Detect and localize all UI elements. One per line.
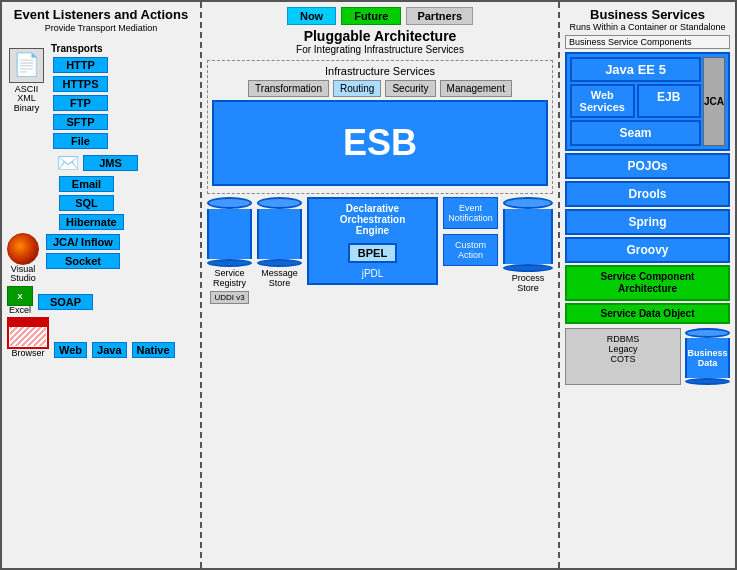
message-store-cylinder: Message Store: [257, 197, 302, 289]
bpel-box: BPEL: [348, 243, 397, 263]
biz-data-label: Business Data: [687, 348, 727, 368]
cylinder-bottom-2: [257, 259, 302, 267]
center-title: Pluggable Architecture: [207, 28, 553, 44]
cylinder-body: [207, 209, 252, 259]
visual-studio-label: Visual Studio: [10, 265, 36, 285]
infra-label: Infrastructure Services: [212, 65, 548, 77]
pojos-btn: POJOs: [565, 153, 730, 179]
file-btn[interactable]: File: [53, 133, 108, 149]
java-ee-box: Java EE 5 Web Services EJB Seam JCA: [565, 52, 730, 151]
routing-btn[interactable]: Routing: [333, 80, 381, 97]
cylinder-top-2: [257, 197, 302, 209]
transports-label: Transports: [51, 43, 110, 54]
visual-studio-icon: [7, 233, 39, 265]
drools-btn: Drools: [565, 181, 730, 207]
infra-buttons: Transformation Routing Security Manageme…: [212, 80, 548, 97]
custom-action-box: Custom Action: [443, 234, 498, 266]
spring-btn: Spring: [565, 209, 730, 235]
center-panel: Now Future Partners Pluggable Architectu…: [202, 2, 560, 568]
center-bottom: Service Registry UDDI v3 Message Store D…: [207, 197, 553, 563]
esb-box: ESB: [212, 100, 548, 186]
socket-btn[interactable]: Socket: [46, 253, 120, 269]
excel-icon: X: [7, 286, 33, 306]
cylinder-top: [207, 197, 252, 209]
orchestration-title: Declarative Orchestration Engine: [313, 203, 432, 236]
process-cylinder-body: [503, 209, 553, 264]
biz-data-body: Business Data: [685, 338, 730, 378]
tab-now[interactable]: Now: [287, 7, 336, 25]
email-icon: ✉️: [57, 152, 79, 174]
ftp-btn[interactable]: FTP: [53, 95, 108, 111]
top-tabs: Now Future Partners: [207, 7, 553, 25]
event-custom-col: Event Notification Custom Action: [443, 197, 498, 266]
biz-data-top: [685, 328, 730, 338]
sftp-btn[interactable]: SFTP: [53, 114, 108, 130]
browser-label: Browser: [11, 349, 44, 359]
ejb-btn: EJB: [637, 84, 702, 118]
event-notification-box: Event Notification: [443, 197, 498, 229]
java-btn[interactable]: Java: [92, 342, 126, 358]
management-btn[interactable]: Management: [440, 80, 512, 97]
center-subtitle: For Integrating Infrastructure Services: [207, 44, 553, 55]
service-registry-cylinder: Service Registry UDDI v3: [207, 197, 252, 304]
jca-col: JCA: [703, 57, 725, 146]
right-bottom: RDBMS Legacy COTS Business Data: [565, 328, 730, 385]
orchestration-box: Declarative Orchestration Engine BPEL jP…: [307, 197, 438, 285]
browser-icon: [7, 317, 49, 349]
right-panel: Business Services Runs Within a Containe…: [560, 2, 735, 568]
transformation-btn[interactable]: Transformation: [248, 80, 329, 97]
bsc-label: Business Service Components: [565, 35, 730, 49]
process-cylinder-top: [503, 197, 553, 209]
tab-partners[interactable]: Partners: [406, 7, 473, 25]
https-btn[interactable]: HTTPS: [53, 76, 108, 92]
http-btn[interactable]: HTTP: [53, 57, 108, 73]
right-title: Business Services: [565, 7, 730, 22]
security-btn[interactable]: Security: [385, 80, 435, 97]
jca-btn[interactable]: JCA/ Inflow: [46, 234, 120, 250]
tab-future[interactable]: Future: [341, 7, 401, 25]
left-subtitle: Provide Transport Mediation: [7, 23, 195, 33]
email-btn[interactable]: Email: [59, 176, 114, 192]
process-cylinder-bottom: [503, 264, 553, 272]
web-services-btn: Web Services: [570, 84, 635, 118]
message-store-label: Message Store: [261, 269, 298, 289]
biz-data-bottom: [685, 378, 730, 385]
biz-data-cylinder: Business Data: [685, 328, 730, 385]
main-container: Event Listeners and Actions Provide Tran…: [0, 0, 737, 570]
web-btn[interactable]: Web: [54, 342, 87, 358]
native-btn[interactable]: Native: [132, 342, 175, 358]
sca-btn: Service Component Architecture: [565, 265, 730, 301]
ascii-xml-binary-label: ASCII XML Binary: [14, 85, 40, 115]
sql-btn[interactable]: SQL: [59, 195, 114, 211]
soap-btn[interactable]: SOAP: [38, 294, 93, 310]
excel-label: Excel: [9, 306, 31, 316]
groovy-btn: Groovy: [565, 237, 730, 263]
cylinder-bottom: [207, 259, 252, 267]
left-title: Event Listeners and Actions: [7, 7, 195, 23]
uddi-badge: UDDI v3: [210, 291, 248, 304]
jpdl-label: jPDL: [313, 268, 432, 279]
process-store-col: Process Store: [503, 197, 553, 294]
process-store-label: Process Store: [512, 274, 545, 294]
java-ee-main: Java EE 5 Web Services EJB Seam: [570, 57, 701, 146]
left-panel: Event Listeners and Actions Provide Tran…: [2, 2, 202, 568]
document-icon: 📄: [9, 48, 44, 83]
rdbms-box: RDBMS Legacy COTS: [565, 328, 681, 385]
sdo-btn: Service Data Object: [565, 303, 730, 324]
seam-btn: Seam: [570, 120, 701, 146]
cylinder-body-2: [257, 209, 302, 259]
service-registry-label: Service Registry: [213, 269, 246, 289]
hibernate-btn[interactable]: Hibernate: [59, 214, 124, 230]
java-ee-label: Java EE 5: [570, 57, 701, 82]
right-subtitle: Runs Within a Container or Standalone: [565, 22, 730, 32]
jms-btn[interactable]: JMS: [83, 155, 138, 171]
